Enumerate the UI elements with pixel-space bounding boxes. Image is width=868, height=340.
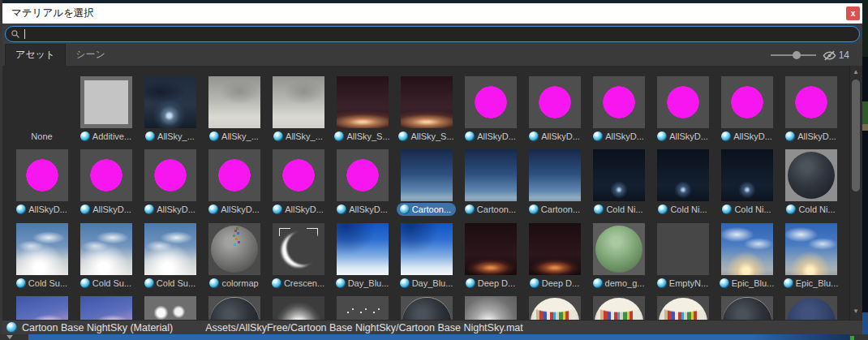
material-item[interactable]: AllSkyD... [651, 76, 715, 143]
material-item[interactable] [715, 296, 779, 320]
material-item[interactable] [202, 296, 266, 320]
material-label[interactable]: Cold Ni... [786, 203, 835, 216]
material-item[interactable]: None [10, 76, 74, 143]
material-item[interactable]: Crescen... [266, 223, 330, 290]
material-item[interactable] [587, 296, 651, 320]
material-thumbnail[interactable] [337, 76, 389, 128]
material-thumbnail[interactable] [337, 223, 389, 275]
material-item[interactable]: Cold Su... [138, 223, 202, 290]
material-thumbnail[interactable] [465, 296, 517, 320]
material-thumbnail[interactable] [721, 296, 773, 320]
vertical-scrollbar[interactable]: ▲ ▼ [849, 66, 862, 320]
material-item[interactable]: AllSky_... [202, 76, 266, 143]
material-label[interactable]: AllSkyD... [208, 203, 260, 216]
material-thumbnail[interactable] [401, 223, 453, 275]
material-thumbnail[interactable] [16, 149, 68, 201]
material-item[interactable]: Epic_Blu... [779, 223, 843, 290]
material-item[interactable] [522, 296, 587, 320]
material-item[interactable] [138, 296, 202, 320]
material-item[interactable]: Cold Ni... [779, 149, 843, 216]
material-thumbnail[interactable] [273, 149, 324, 201]
material-thumbnail[interactable] [144, 76, 196, 128]
material-item[interactable] [330, 296, 394, 320]
material-item[interactable]: AllSkyD... [779, 76, 843, 143]
material-label[interactable]: AllSky_... [209, 130, 259, 143]
material-thumbnail[interactable] [208, 76, 260, 128]
material-label[interactable]: demo_g... [593, 277, 645, 290]
material-thumbnail[interactable] [529, 223, 581, 275]
material-item[interactable]: Cartoon... [522, 149, 587, 216]
material-item[interactable] [779, 296, 843, 320]
material-item[interactable]: AllSkyD... [202, 149, 266, 216]
material-item[interactable]: Cold Ni... [587, 149, 651, 216]
material-thumbnail[interactable] [593, 76, 645, 128]
material-thumbnail[interactable] [721, 76, 773, 128]
material-thumbnail[interactable] [785, 296, 837, 320]
material-thumbnail[interactable] [337, 149, 389, 201]
material-label[interactable]: Cold Su... [80, 277, 131, 290]
material-label[interactable]: None [31, 130, 52, 143]
material-thumbnail[interactable] [144, 223, 196, 275]
material-label[interactable]: Cartoon... [465, 203, 516, 216]
material-item[interactable]: AllSkyD... [10, 149, 74, 216]
material-thumbnail[interactable] [529, 149, 581, 201]
tab-assets[interactable]: アセット [5, 44, 66, 66]
material-label[interactable]: Epic_Blu... [720, 277, 775, 290]
material-thumbnail[interactable] [144, 296, 196, 320]
material-thumbnail[interactable] [657, 223, 709, 275]
scrollbar-thumb[interactable] [852, 80, 860, 192]
material-label[interactable]: Deep D... [466, 277, 515, 290]
material-item[interactable]: AllSkyD... [522, 76, 587, 143]
material-item[interactable]: EmptyN... [651, 223, 715, 290]
slider-handle[interactable] [793, 51, 801, 59]
material-thumbnail[interactable] [529, 296, 581, 320]
material-item[interactable]: Cold Ni... [715, 149, 779, 216]
material-item[interactable] [651, 296, 715, 320]
material-item[interactable]: Cold Ni... [651, 149, 715, 216]
material-thumbnail[interactable] [401, 296, 453, 320]
close-button[interactable]: x [846, 6, 860, 20]
material-thumbnail[interactable] [657, 76, 709, 128]
material-label[interactable]: AllSkyD... [593, 130, 644, 143]
material-thumbnail[interactable] [593, 296, 645, 320]
material-item[interactable]: AllSky_... [266, 76, 330, 143]
material-item[interactable]: Cartoon... [394, 149, 458, 216]
material-thumbnail[interactable] [144, 149, 196, 201]
material-label[interactable]: Epic_Blu... [784, 277, 839, 290]
material-item[interactable] [266, 296, 330, 320]
material-thumbnail[interactable] [273, 76, 324, 128]
material-thumbnail[interactable] [721, 149, 773, 201]
material-label[interactable]: EmptyN... [657, 277, 708, 290]
material-thumbnail[interactable] [80, 223, 132, 275]
material-item[interactable]: AllSkyD... [138, 149, 202, 216]
material-thumbnail[interactable] [16, 223, 68, 275]
material-thumbnail[interactable] [465, 149, 517, 201]
thumbnail-size-slider[interactable] [771, 49, 816, 61]
material-label[interactable]: AllSkyD... [273, 203, 324, 216]
material-thumbnail[interactable] [80, 296, 132, 320]
material-thumbnail[interactable] [273, 223, 324, 275]
material-thumbnail[interactable] [401, 149, 453, 201]
material-thumbnail[interactable] [208, 149, 260, 201]
material-thumbnail[interactable] [401, 76, 453, 128]
material-thumbnail[interactable] [657, 149, 709, 201]
material-item[interactable]: Cold Su... [10, 223, 74, 290]
material-thumbnail[interactable] [465, 223, 517, 275]
material-item[interactable]: Deep D... [522, 223, 587, 290]
material-label[interactable]: Day_Blu... [336, 277, 389, 290]
material-item[interactable]: colormap [202, 223, 266, 290]
material-thumbnail[interactable] [273, 296, 324, 320]
material-item[interactable] [458, 296, 522, 320]
scroll-down-icon[interactable]: ▼ [850, 308, 862, 315]
material-item[interactable] [74, 296, 138, 320]
material-thumbnail[interactable] [785, 76, 837, 128]
material-label[interactable]: AllSkyD... [721, 130, 772, 143]
material-label[interactable]: Cold Ni... [658, 203, 707, 216]
material-label[interactable]: Additive... [80, 130, 131, 143]
material-label[interactable]: AllSkyD... [144, 203, 196, 216]
material-thumbnail[interactable] [529, 76, 581, 128]
material-label[interactable]: Cold Su... [16, 277, 67, 290]
material-item[interactable]: AllSkyD... [74, 149, 138, 216]
material-thumbnail[interactable] [208, 296, 260, 320]
material-label[interactable]: Crescen... [272, 277, 324, 290]
